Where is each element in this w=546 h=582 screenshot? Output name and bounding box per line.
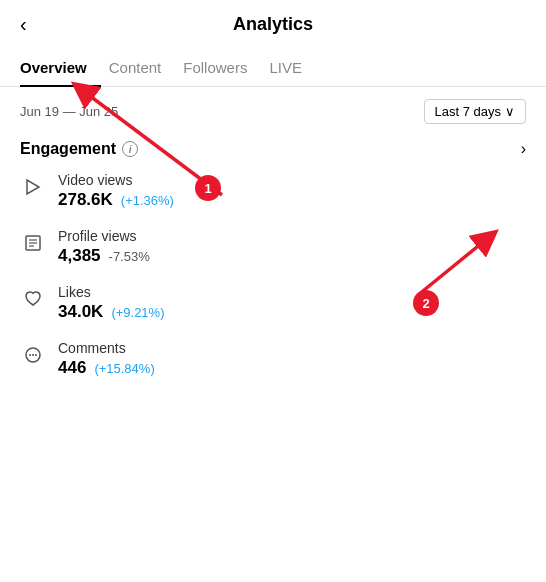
date-range-label: Jun 19 — Jun 25 [20,104,118,119]
engagement-section: Engagement i › Video views 278.6K (+1.36… [0,136,546,378]
stat-label-comments: Comments [58,340,155,356]
tab-content[interactable]: Content [109,49,176,86]
tab-followers[interactable]: Followers [183,49,261,86]
stat-change-profile-views: -7.53% [109,249,150,264]
stat-change-likes: (+9.21%) [111,305,164,320]
tabs-bar: Overview Content Followers LIVE [0,49,546,87]
section-title: Engagement [20,140,116,158]
svg-point-6 [29,354,31,356]
svg-point-8 [35,354,37,356]
stat-value-profile-views: 4,385 [58,246,101,266]
chevron-down-icon: ∨ [505,104,515,119]
tab-live[interactable]: LIVE [269,49,316,86]
header: ‹ Analytics [0,0,546,49]
stat-content-profile-views: Profile views 4,385 -7.53% [58,228,150,266]
stat-content-likes: Likes 34.0K (+9.21%) [58,284,165,322]
stat-change-comments: (+15.84%) [94,361,154,376]
stat-item-likes: Likes 34.0K (+9.21%) [20,284,526,322]
stat-value-comments: 446 [58,358,86,378]
stat-content-comments: Comments 446 (+15.84%) [58,340,155,378]
profile-views-icon [20,230,46,256]
stat-value-row-profile-views: 4,385 -7.53% [58,246,150,266]
stat-item-video-views: Video views 278.6K (+1.36%) [20,172,526,210]
stat-label-likes: Likes [58,284,165,300]
stat-item-comments: Comments 446 (+15.84%) [20,340,526,378]
comments-icon [20,342,46,368]
stat-item-profile-views: Profile views 4,385 -7.53% [20,228,526,266]
section-title-row: Engagement i [20,140,138,158]
stat-value-row-comments: 446 (+15.84%) [58,358,155,378]
stat-value-row-video-views: 278.6K (+1.36%) [58,190,174,210]
section-header: Engagement i › [20,140,526,158]
video-views-icon [20,174,46,200]
info-icon[interactable]: i [122,141,138,157]
stat-value-row-likes: 34.0K (+9.21%) [58,302,165,322]
tab-overview[interactable]: Overview [20,49,101,86]
svg-marker-0 [27,180,39,194]
back-button[interactable]: ‹ [20,13,27,36]
stat-value-likes: 34.0K [58,302,103,322]
date-row: Jun 19 — Jun 25 Last 7 days ∨ [0,87,546,136]
stat-content-video-views: Video views 278.6K (+1.36%) [58,172,174,210]
page-title: Analytics [233,14,313,35]
stat-label-video-views: Video views [58,172,174,188]
date-filter-label: Last 7 days [435,104,502,119]
stat-value-video-views: 278.6K [58,190,113,210]
stat-change-video-views: (+1.36%) [121,193,174,208]
section-chevron-right[interactable]: › [521,140,526,158]
likes-icon [20,286,46,312]
date-filter-button[interactable]: Last 7 days ∨ [424,99,527,124]
svg-point-7 [32,354,34,356]
stat-label-profile-views: Profile views [58,228,150,244]
